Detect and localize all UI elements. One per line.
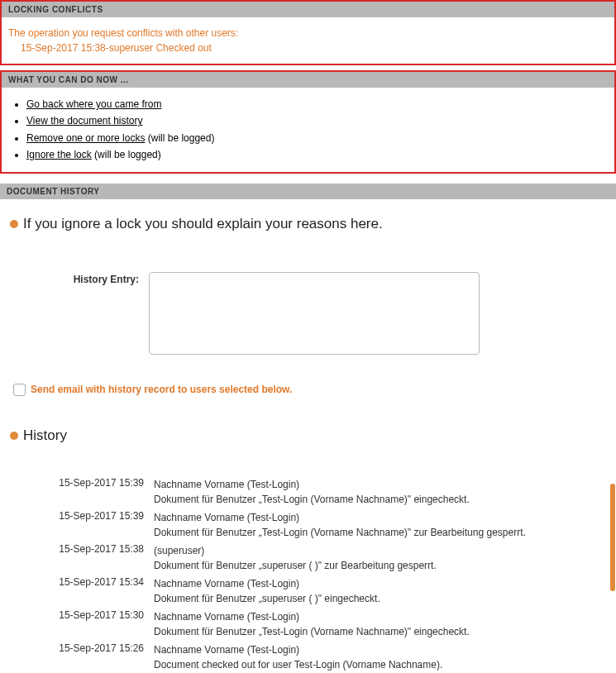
history-timestamp: 15-Sep-2017 15:39: [5, 477, 154, 489]
history-row: 15-Sep-2017 15:39Nachname Vorname (Test-…: [5, 475, 601, 508]
scrollbar[interactable]: [610, 484, 615, 591]
action-item: Ignore the lock (will be logged): [26, 146, 604, 163]
remove-locks-link[interactable]: Remove one or more locks: [26, 132, 145, 144]
history-heading-row: History: [0, 404, 616, 451]
ignore-lock-link[interactable]: Ignore the lock: [26, 149, 92, 160]
email-checkbox[interactable]: [13, 384, 26, 396]
history-user: Nachname Vorname (Test-Login): [154, 642, 601, 657]
actions-list: Go back where you came from View the doc…: [2, 88, 614, 172]
history-entry-textarea[interactable]: [149, 272, 480, 355]
history-row: 15-Sep-2017 15:38(superuser)Dokument für…: [5, 542, 601, 575]
email-label: Send email with history record to users …: [31, 384, 292, 395]
history-message: Dokument für Benutzer „Test-Login (Vorna…: [154, 492, 601, 507]
ignore-lock-note: (will be logged): [92, 149, 161, 160]
go-back-link[interactable]: Go back where you came from: [26, 98, 161, 110]
history-entry-label: History Entry:: [33, 272, 149, 285]
history-user: Nachname Vorname (Test-Login): [154, 477, 601, 492]
history-body: Nachname Vorname (Test-Login)Dokument fü…: [154, 477, 601, 507]
explain-heading-row: If you ignore a lock you should explain …: [0, 199, 616, 239]
locking-conflicts-header: LOCKING CONFLICTS: [2, 2, 614, 17]
history-row: 15-Sep-2017 15:26Nachname Vorname (Test-…: [5, 641, 601, 673]
history-body: Nachname Vorname (Test-Login)Dokument fü…: [154, 576, 601, 606]
conflict-message: The operation you request conflicts with…: [2, 17, 614, 64]
history-message: Dokument für Benutzer „superuser ( )" zu…: [154, 558, 601, 573]
action-item: Remove one or more locks (will be logged…: [26, 130, 604, 146]
history-body: Nachname Vorname (Test-Login)Dokument fü…: [154, 510, 601, 540]
document-history-header: DOCUMENT HISTORY: [0, 184, 616, 199]
bullet-icon: [10, 220, 18, 228]
history-body: (superuser)Dokument für Benutzer „superu…: [154, 543, 601, 573]
history-heading: History: [23, 427, 67, 444]
history-timestamp: 15-Sep-2017 15:38: [5, 543, 154, 555]
history-timestamp: 15-Sep-2017 15:39: [5, 510, 154, 522]
what-you-can-do-box: WHAT YOU CAN DO NOW ... Go back where yo…: [0, 70, 616, 174]
email-row: Send email with history record to users …: [0, 363, 616, 404]
history-message: Document checked out for user Test-Login…: [154, 657, 601, 672]
action-item: Go back where you came from: [26, 96, 604, 112]
history-row: 15-Sep-2017 15:34Nachname Vorname (Test-…: [5, 575, 601, 608]
history-timestamp: 15-Sep-2017 15:26: [5, 642, 154, 654]
locking-conflicts-box: LOCKING CONFLICTS The operation you requ…: [0, 0, 616, 65]
history-user: Nachname Vorname (Test-Login): [154, 609, 601, 624]
explain-title: If you ignore a lock you should explain …: [23, 216, 383, 232]
history-wrap: 15-Sep-2017 15:39Nachname Vorname (Test-…: [5, 459, 611, 673]
history-row: 15-Sep-2017 15:30Nachname Vorname (Test-…: [5, 608, 601, 641]
history-row: 15-Sep-2017 15:39Nachname Vorname (Test-…: [5, 508, 601, 542]
history-user: Nachname Vorname (Test-Login): [154, 510, 601, 525]
view-history-link[interactable]: View the document history: [26, 115, 143, 126]
history-body: Nachname Vorname (Test-Login)Dokument fü…: [154, 609, 601, 639]
history-message: Dokument für Benutzer „Test-Login (Vorna…: [154, 525, 601, 540]
conflict-detail: 15-Sep-2017 15:38-superuser Checked out: [8, 41, 608, 55]
history-user: (superuser): [154, 543, 601, 558]
action-item: View the document history: [26, 112, 604, 129]
what-you-can-do-header: WHAT YOU CAN DO NOW ...: [2, 72, 614, 88]
remove-locks-note: (will be logged): [145, 132, 214, 144]
history-message: Dokument für Benutzer „superuser ( )" ei…: [154, 591, 601, 606]
history-user: Nachname Vorname (Test-Login): [154, 576, 601, 591]
history-entry-row: History Entry:: [0, 239, 616, 363]
history-timestamp: 15-Sep-2017 15:34: [5, 576, 154, 588]
bullet-icon: [10, 432, 18, 440]
history-table: 15-Sep-2017 15:39Nachname Vorname (Test-…: [5, 459, 611, 673]
history-body: Nachname Vorname (Test-Login)Document ch…: [154, 642, 601, 672]
history-message: Dokument für Benutzer „Test-Login (Vorna…: [154, 624, 601, 639]
history-timestamp: 15-Sep-2017 15:30: [5, 609, 154, 621]
conflict-text: The operation you request conflicts with…: [8, 26, 608, 41]
